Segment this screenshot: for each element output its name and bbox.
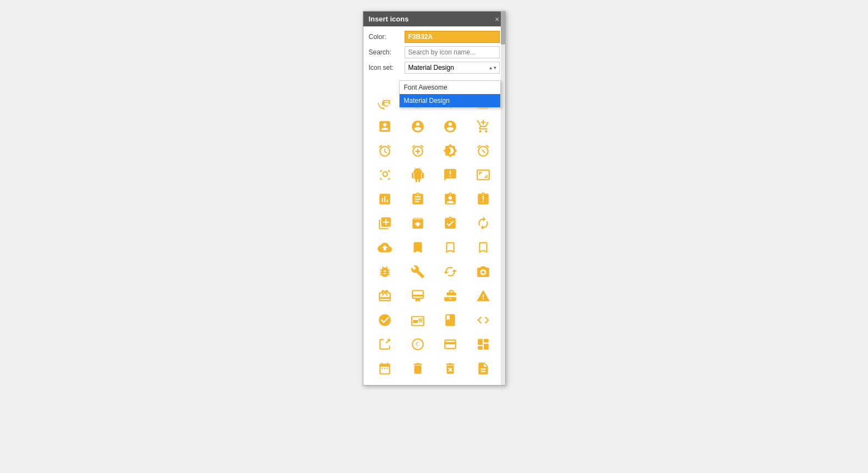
icon-aspect-ratio[interactable]	[467, 163, 500, 187]
dropdown-item-md[interactable]: Material Design	[400, 94, 500, 107]
icon-code[interactable]	[467, 308, 500, 332]
icon-compress[interactable]	[369, 332, 402, 356]
iconset-dropdown: Font Awesome Material Design	[399, 80, 501, 108]
search-row: Search:	[369, 46, 500, 58]
icon-add-to-photos[interactable]	[369, 211, 402, 235]
icon-card-travel[interactable]	[434, 284, 467, 308]
dialog-body: Color: Search: Icon set: Font Awesome Ma…	[363, 26, 505, 385]
iconset-select[interactable]: Font Awesome Material Design	[405, 62, 500, 74]
icon-description[interactable]	[467, 356, 500, 381]
icon-chrome-reader-mode[interactable]	[401, 308, 434, 332]
icon-account-circle-2[interactable]	[434, 114, 467, 139]
icon-archive[interactable]	[401, 211, 434, 235]
dialog-title: Insert icons	[369, 15, 409, 23]
icon-assignment-ind[interactable]	[434, 187, 467, 211]
icon-assignment-turned-in[interactable]	[434, 211, 467, 235]
icon-alarm-off[interactable]	[434, 139, 467, 163]
icon-credit-card[interactable]	[434, 332, 467, 356]
scrollbar-thumb[interactable]	[501, 12, 505, 45]
insert-icons-dialog: Insert icons × Color: Search: Icon set: …	[363, 11, 506, 386]
icon-delete[interactable]	[401, 356, 434, 381]
icon-cached[interactable]	[434, 260, 467, 284]
icon-camera-enhance[interactable]	[467, 260, 500, 284]
icon-all-out[interactable]	[369, 163, 402, 187]
icon-bookmark-filled[interactable]	[401, 235, 434, 260]
scrollbar-track[interactable]	[501, 12, 505, 385]
icon-bug-report[interactable]	[369, 260, 402, 284]
color-row: Color:	[369, 31, 500, 43]
icon-add-shopping-cart[interactable]	[467, 114, 500, 139]
close-button[interactable]: ×	[495, 15, 499, 23]
icon-3d-rotation[interactable]	[369, 90, 402, 114]
icon-delete-forever[interactable]	[434, 356, 467, 381]
icon-bookmark-border[interactable]	[434, 235, 467, 260]
dialog-header: Insert icons ×	[363, 12, 505, 26]
icon-autorenew[interactable]	[467, 211, 500, 235]
icon-copyright[interactable]	[401, 332, 434, 356]
search-label: Search:	[369, 48, 405, 56]
color-label: Color:	[369, 33, 405, 41]
icon-card-membership[interactable]	[401, 284, 434, 308]
icon-account-circle[interactable]	[401, 114, 434, 139]
iconset-label: Icon set:	[369, 64, 405, 72]
icon-alarm[interactable]	[369, 139, 402, 163]
icon-assignment-late[interactable]	[467, 187, 500, 211]
icon-caution[interactable]	[467, 284, 500, 308]
dropdown-item-fa[interactable]: Font Awesome	[400, 81, 500, 94]
color-input[interactable]	[405, 31, 500, 43]
icon-card-giftcard[interactable]	[369, 284, 402, 308]
icon-android[interactable]	[401, 163, 434, 187]
icon-alarm-on[interactable]	[467, 139, 500, 163]
icon-alarm-add[interactable]	[401, 139, 434, 163]
search-input[interactable]	[405, 46, 500, 58]
icons-grid	[369, 90, 500, 381]
iconset-row: Icon set: Font Awesome Material Design	[369, 62, 500, 74]
icon-backup[interactable]	[369, 235, 402, 260]
icon-assessment[interactable]	[369, 187, 402, 211]
icon-dashboard[interactable]	[467, 332, 500, 356]
icon-check-circle[interactable]	[369, 308, 402, 332]
icon-assignment[interactable]	[401, 187, 434, 211]
icon-date-range[interactable]	[369, 356, 402, 381]
iconset-select-wrapper[interactable]: Font Awesome Material Design	[405, 62, 500, 74]
icon-announcement[interactable]	[434, 163, 467, 187]
icon-bookmark-outline[interactable]	[467, 235, 500, 260]
icon-class[interactable]	[434, 308, 467, 332]
icon-account-box[interactable]	[369, 114, 402, 139]
icon-build[interactable]	[401, 260, 434, 284]
